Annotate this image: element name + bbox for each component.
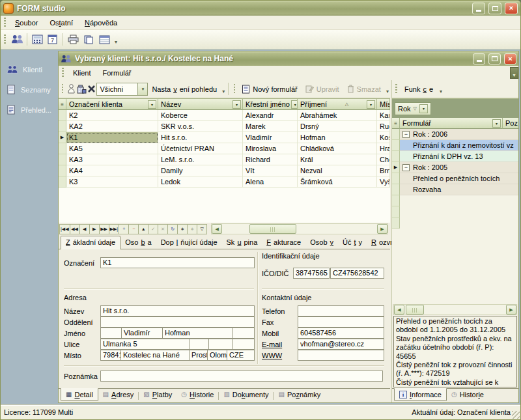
tab-fakturace[interactable]: Fakturace [262,236,305,249]
nav-post-button[interactable]: ✓ [148,224,158,234]
collapse-icon[interactable]: − [402,131,410,138]
chevron-down-icon[interactable]: ▾ [419,104,428,113]
cell-name[interactable]: SKR v.o.s. [158,121,243,132]
form-item-label[interactable]: Přiznání k DPH vz. 13 [400,151,518,162]
person-toolbar-button[interactable] [66,82,76,96]
cell-first-name[interactable]: Marek [243,121,298,132]
delete-view-toolbar-button[interactable] [87,82,97,96]
funkce-toolbar-grip[interactable] [395,84,398,94]
form-item-row-selected[interactable]: Přiznání k dani z nemovitostí vz [392,140,518,151]
sidebar-item-seznamy[interactable]: Seznamy [1,79,57,100]
print-toolbar-button[interactable] [65,32,81,47]
copy-toolbar-button[interactable] [81,32,96,47]
tab-ucty[interactable]: Účty [338,236,367,249]
minimize-button[interactable] [472,3,485,14]
tab-adresy[interactable]: ▤ Adresy [98,389,139,400]
group-row-content[interactable]: − Rok : 2006 [400,129,518,140]
client-minimize-button[interactable] [473,53,485,64]
cell-last-name[interactable]: Drsný [298,121,377,132]
cell-id[interactable]: KA5 [66,143,158,154]
form-toolbar-overflow-button[interactable]: ▾ [385,83,390,96]
row-selector[interactable] [59,110,66,121]
row-selector[interactable] [392,151,400,162]
tab-historie[interactable]: ◷ Historie [176,389,218,400]
collapse-icon[interactable]: − [402,164,410,171]
row-selector[interactable] [392,184,400,195]
scroll-left-icon[interactable]: ◀ [394,305,404,315]
table-row[interactable]: KA5 Účetnictví PRAN Miroslava Chládková … [59,143,390,154]
cell-name[interactable]: LeM. s.r.o. [158,154,243,165]
cell-name[interactable]: Ledok [158,176,243,188]
clients-toolbar-button[interactable] [9,32,25,47]
row-selector[interactable] [59,176,66,188]
form-group-row[interactable]: − Rok : 2006 [392,129,518,140]
okres-field[interactable]: Prost [189,350,208,361]
cell-first-name[interactable]: Vít [243,165,298,176]
www-link-label[interactable]: WWW [262,352,282,359]
cell-last-name[interactable]: Hofman [298,132,377,143]
toolbar-grip[interactable] [3,35,7,45]
cell-place[interactable]: Vyšk [377,176,390,188]
menu-soubor[interactable]: Soubor [9,17,44,29]
new-form-button[interactable]: Nový formulář [238,83,301,96]
tab-dokumenty[interactable]: ▥ Dokumenty [219,389,273,400]
toolbar-overflow-button[interactable]: ▾ [112,33,120,46]
column-header-misto[interactable]: Místo [377,99,390,110]
cell-first-name[interactable]: Richard [243,154,298,165]
edit-form-button[interactable]: Upravit [302,83,343,95]
form-group-row-current[interactable]: ▶ − Rok : 2005 [392,162,518,173]
group-by-rok-button[interactable]: Rok ▽ ▾ [395,102,431,115]
filter-toolbar-overflow-button[interactable]: ▾ [221,83,226,96]
cell-last-name[interactable]: Chládková [298,143,377,154]
form-item-label[interactable]: Přiznání k dani z nemovitostí vz [400,140,518,151]
cell-place[interactable]: Karv [377,110,390,121]
form-item-row[interactable]: Rozvaha [392,184,518,195]
cell-name[interactable]: Koberce [158,110,243,121]
column-header-prijmeni[interactable]: Příjmení △ ▾ [298,99,377,110]
client-toolbar-grip[interactable] [61,84,63,94]
cell-id[interactable]: K3 [66,176,158,188]
cell-place[interactable]: Brno [377,165,390,176]
table-row[interactable]: KA2 SKR v.o.s. Marek Drsný Rudn [59,121,390,132]
sidebar-item-prehledy[interactable]: Přehled... [1,100,57,120]
oznaceni-field[interactable]: K1 [100,257,255,268]
column-header-poznamka[interactable]: Poz [503,118,518,129]
column-header-nazev[interactable]: Název ▾ [158,99,243,110]
view-settings-button[interactable]: Nastavení pohledu [148,83,221,95]
column-filter-dropdown[interactable]: ▾ [291,100,298,109]
tab-osoba[interactable]: Osoba [120,236,156,249]
nav-cancel-button[interactable]: ✕ [158,224,168,234]
grid-corner-icon[interactable]: ≡ [392,118,400,129]
nav-refresh-button[interactable]: ↻ [167,224,178,234]
column-filter-dropdown[interactable]: ▾ [492,119,501,128]
form-item-row[interactable]: Přiznání k DPH vz. 13 [392,151,518,162]
scrollbar-thumb[interactable] [406,305,424,315]
menubar-grip[interactable] [3,18,7,28]
stat-field[interactable]: CZE [227,350,255,361]
ico-field[interactable]: 38747565 [293,268,330,279]
tab-platby[interactable]: ▧ Platby [139,389,176,400]
grid-corner-icon[interactable]: ≡ [59,99,66,110]
form-item-label[interactable]: Přehled o peněžních tocích [400,173,518,184]
row-selector[interactable] [392,129,400,140]
cell-name[interactable]: Účetnictví PRAN [158,143,243,154]
misto-field[interactable]: Kostelec na Hané [120,350,190,361]
cell-id[interactable]: K2 [66,110,158,121]
jmeno-suffix-field[interactable] [232,328,255,339]
psc-field[interactable]: 79841 [100,350,121,361]
nazev-field[interactable]: Hit s.r.o. [100,305,255,316]
nav-next-button[interactable]: ▶ [89,224,100,234]
nav-insert-button[interactable]: + [119,224,129,234]
row-selector[interactable] [59,121,66,132]
group-row-content[interactable]: − Rok : 2005 [400,162,518,173]
cell-last-name[interactable]: Šrámková [298,176,377,188]
form-toolbar-grip[interactable] [233,84,235,94]
client-close-button[interactable]: × [504,53,516,64]
ulice-cp-field[interactable] [190,339,209,350]
jmeno-title-field[interactable] [100,328,122,339]
ulice-field[interactable]: Ulmanka 5 [100,339,190,350]
column-filter-dropdown[interactable]: ▾ [148,100,156,109]
resize-grip[interactable] [512,411,520,419]
dic-field[interactable]: CZ475628542 [330,268,384,279]
funkce-button[interactable]: Funkce [401,83,437,95]
